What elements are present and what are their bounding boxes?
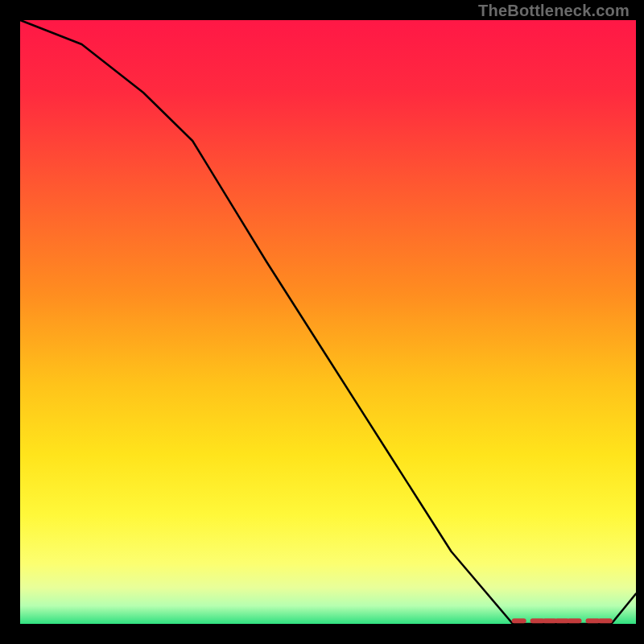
plot-background (20, 20, 636, 624)
chart-root: TheBottleneck.com (0, 0, 644, 644)
chart-canvas (0, 0, 644, 644)
